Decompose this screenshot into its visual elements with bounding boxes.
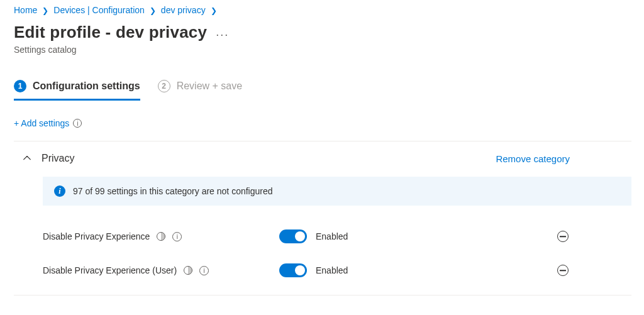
breadcrumb-link-home[interactable]: Home	[14, 5, 37, 15]
remove-setting-button[interactable]	[557, 231, 569, 242]
setting-row: Disable Privacy Experience i Enabled	[43, 219, 631, 253]
setting-row: Disable Privacy Experience (User) i Enab…	[43, 253, 631, 287]
chevron-up-icon	[23, 153, 31, 164]
toggle-state-label: Enabled	[316, 231, 348, 241]
tab-label: Review + save	[177, 80, 243, 92]
toggle-switch[interactable]	[279, 263, 307, 277]
tab-review-save[interactable]: 2 Review + save	[158, 80, 243, 101]
info-banner-text: 97 of 99 settings in this category are n…	[73, 186, 273, 196]
add-settings-link[interactable]: + Add settings	[14, 118, 69, 128]
category-title: Privacy	[42, 153, 74, 164]
setting-label: Disable Privacy Experience (User)	[43, 265, 177, 275]
info-icon[interactable]: i	[199, 266, 209, 275]
info-icon[interactable]: i	[73, 119, 82, 128]
setting-label: Disable Privacy Experience	[43, 231, 150, 241]
divider	[14, 295, 631, 296]
scope-icon[interactable]	[183, 265, 193, 275]
category-toggle[interactable]: Privacy	[23, 153, 74, 164]
tab-step-number: 1	[14, 80, 26, 92]
chevron-right-icon: ❯	[42, 6, 48, 15]
info-solid-icon: i	[54, 185, 65, 197]
info-banner: i 97 of 99 settings in this category are…	[43, 177, 631, 206]
breadcrumb-link-dev-privacy[interactable]: dev privacy	[161, 5, 206, 15]
tab-step-number: 2	[158, 80, 170, 92]
step-tabs: 1 Configuration settings 2 Review + save	[14, 80, 631, 101]
breadcrumb-link-devices[interactable]: Devices | Configuration	[53, 5, 144, 15]
tab-configuration-settings[interactable]: 1 Configuration settings	[14, 80, 140, 101]
category-panel: Privacy Remove category i 97 of 99 setti…	[14, 141, 631, 296]
tab-label: Configuration settings	[33, 80, 140, 92]
toggle-switch[interactable]	[279, 229, 307, 243]
remove-setting-button[interactable]	[557, 265, 569, 276]
toggle-state-label: Enabled	[316, 265, 348, 275]
scope-icon[interactable]	[156, 231, 166, 241]
chevron-right-icon: ❯	[150, 6, 156, 15]
page-title: Edit profile - dev privacy	[14, 23, 207, 42]
remove-category-link[interactable]: Remove category	[496, 153, 570, 164]
more-actions-button[interactable]: ···	[216, 28, 229, 41]
page-subtitle: Settings catalog	[14, 45, 631, 55]
breadcrumb: Home ❯ Devices | Configuration ❯ dev pri…	[14, 5, 631, 15]
chevron-right-icon: ❯	[211, 6, 217, 15]
info-icon[interactable]: i	[172, 232, 182, 241]
